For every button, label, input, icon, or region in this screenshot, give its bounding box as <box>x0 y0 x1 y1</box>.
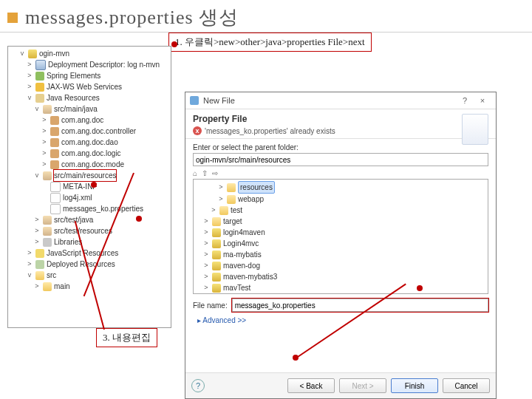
tree-row[interactable]: >JAX-WS Web Services <box>10 81 169 92</box>
list-item[interactable]: >ma-mybatis <box>195 249 486 260</box>
disclosure-icon[interactable]: > <box>26 259 33 270</box>
callout-step3: 3. 내용편집 <box>96 328 157 347</box>
up-arrow-icon[interactable]: ⇧ <box>202 169 208 177</box>
disclosure-icon[interactable]: > <box>33 236 41 248</box>
advanced-link[interactable]: ▸ Advanced >> <box>197 316 246 324</box>
disclosure-icon[interactable]: > <box>202 227 210 238</box>
tree-row[interactable]: log4j.xml <box>10 192 169 203</box>
disclosure-icon[interactable]: > <box>41 159 48 170</box>
tree-row[interactable]: META-INF <box>10 181 169 192</box>
help-icon[interactable]: ? <box>191 379 205 392</box>
tree-row[interactable]: >src/test/java <box>10 214 169 225</box>
parent-folder-input[interactable] <box>193 153 488 166</box>
tree-row[interactable]: >Libraries <box>10 236 169 248</box>
node-icon <box>212 250 221 259</box>
node-icon <box>43 238 52 247</box>
tree-row[interactable]: >com.ang.doc.controller <box>10 126 169 137</box>
project-tree[interactable]: vogin-mvn>Deployment Descriptor: log n-m… <box>8 47 171 293</box>
tree-row[interactable]: >com.ang.doc.dao <box>10 137 169 148</box>
disclosure-icon[interactable]: v <box>26 92 33 103</box>
node-icon <box>212 228 221 237</box>
node-icon <box>28 50 37 58</box>
disclosure-icon[interactable]: > <box>41 115 48 126</box>
tree-row[interactable]: >src/test/resources <box>10 225 169 236</box>
disclosure-icon[interactable]: > <box>217 194 225 205</box>
disclosure-icon[interactable]: > <box>202 271 210 282</box>
node-label: src/test/java <box>54 214 93 225</box>
node-label: src/main/resources <box>54 170 116 181</box>
list-item[interactable]: >mavTest <box>195 282 486 293</box>
node-icon <box>212 239 221 248</box>
disclosure-icon[interactable]: > <box>41 137 48 148</box>
disclosure-icon[interactable]: > <box>217 182 225 193</box>
list-item[interactable]: >maven-mybatis3 <box>195 271 486 282</box>
disclosure-icon[interactable]: > <box>26 70 33 81</box>
disclosure-icon[interactable]: > <box>202 282 210 293</box>
tree-row[interactable]: >Deployment Descriptor: log n-mvn <box>10 59 169 70</box>
node-label: com.ang.doc.logic <box>61 148 121 159</box>
disclosure-icon[interactable]: > <box>33 214 41 225</box>
tree-row[interactable]: >Deployed Resources <box>10 259 169 270</box>
disclosure-icon[interactable]: > <box>202 216 210 227</box>
tree-row[interactable]: >com.ang.doc.mode <box>10 159 169 170</box>
node-label: Libraries <box>54 236 82 248</box>
forward-arrow-icon[interactable]: ⇨ <box>212 169 218 177</box>
parent-folder-list[interactable]: >resources>webapp>test>target>login4mave… <box>193 179 488 294</box>
node-icon <box>50 160 59 169</box>
disclosure-icon[interactable]: > <box>202 260 210 271</box>
disclosure-icon[interactable]: > <box>26 59 33 70</box>
dialog-titlebar: New File ? × <box>185 92 496 109</box>
tree-row[interactable]: vJava Resources <box>10 92 169 103</box>
tree-row[interactable]: >com.ang.doc <box>10 115 169 126</box>
dialog-warning: x 'messages_ko.properties' already exist… <box>193 126 488 135</box>
disclosure-icon[interactable]: > <box>33 225 41 236</box>
node-label: webapp <box>238 194 264 205</box>
back-button[interactable]: < Back <box>287 378 335 393</box>
disclosure-icon[interactable]: > <box>202 249 210 260</box>
node-label: Java Resources <box>47 92 100 103</box>
tree-row[interactable]: >JavaScript Resources <box>10 248 169 259</box>
disclosure-icon[interactable]: > <box>202 238 210 249</box>
tree-row[interactable]: vsrc/main/java <box>10 103 169 115</box>
node-icon <box>50 149 59 158</box>
window-help-icon[interactable]: ? <box>456 96 474 105</box>
list-item[interactable]: >resources <box>195 181 486 194</box>
filename-input[interactable] <box>232 299 488 312</box>
node-icon <box>35 83 44 92</box>
list-item[interactable]: >test <box>195 205 486 216</box>
list-item[interactable]: >webapp <box>195 194 486 205</box>
node-icon <box>50 138 59 147</box>
node-label: src/test/resources <box>54 225 112 236</box>
cancel-button[interactable]: Cancel <box>443 378 490 393</box>
disclosure-icon[interactable]: > <box>41 148 48 159</box>
list-item[interactable]: >Login4mvc <box>195 238 486 249</box>
node-icon <box>50 182 61 192</box>
disclosure-icon[interactable]: v <box>26 270 33 281</box>
disclosure-icon[interactable]: > <box>41 126 48 137</box>
disclosure-icon[interactable]: > <box>26 81 33 92</box>
disclosure-icon[interactable]: > <box>202 293 210 294</box>
node-label: Spring Elements <box>47 70 100 81</box>
disclosure-icon[interactable]: > <box>210 205 217 216</box>
disclosure-icon[interactable]: v <box>33 103 41 115</box>
list-item[interactable]: >login4maven <box>195 227 486 238</box>
disclosure-icon[interactable]: v <box>33 170 41 181</box>
window-close-icon[interactable]: × <box>474 96 491 105</box>
tree-row[interactable]: >com.ang.doc.logic <box>10 148 169 159</box>
disclosure-icon[interactable]: > <box>33 281 41 292</box>
list-item[interactable]: >maven-dog <box>195 260 486 271</box>
list-item[interactable]: >target <box>195 216 486 227</box>
tree-row[interactable]: vsrc/main/resources <box>10 170 169 181</box>
disclosure-icon[interactable]: > <box>26 248 33 259</box>
disclosure-icon[interactable]: v <box>18 48 26 59</box>
list-item[interactable]: >meberJSP <box>195 293 486 294</box>
node-label: Deployment Descriptor: log n-mvn <box>48 59 160 70</box>
tree-row[interactable]: vogin-mvn <box>10 48 169 59</box>
tree-row[interactable]: messages_ko.properties <box>10 203 169 214</box>
tree-row[interactable]: >Spring Elements <box>10 70 169 81</box>
finish-button[interactable]: Finish <box>391 378 438 393</box>
home-icon[interactable]: ⌂ <box>193 169 197 177</box>
next-button[interactable]: Next > <box>339 378 386 393</box>
node-icon <box>50 204 61 214</box>
new-file-dialog: New File ? × Property File x 'messages_k… <box>185 92 497 399</box>
